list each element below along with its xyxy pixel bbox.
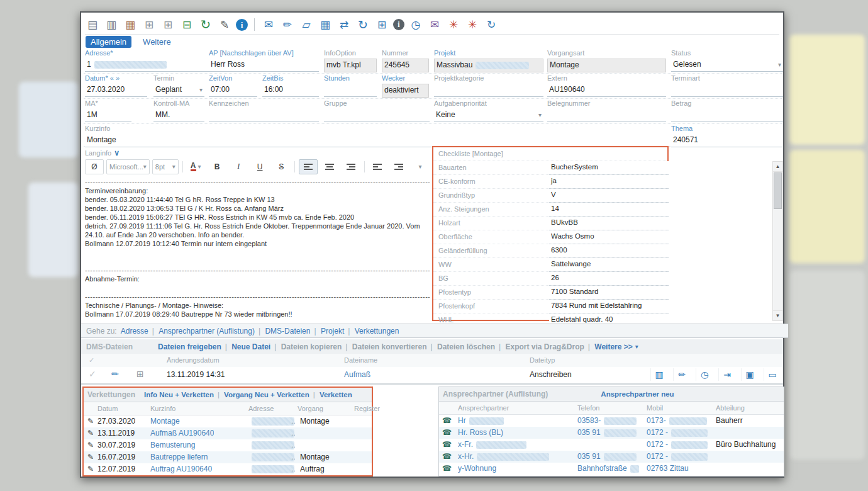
file-edit-icon[interactable]: ✏ bbox=[111, 369, 119, 379]
note-edit-icon[interactable]: ✏ bbox=[280, 17, 295, 32]
dms-action-neue-datei[interactable]: Neue Datei bbox=[221, 342, 270, 351]
apl-cell-mobil[interactable]: 0172 - bbox=[647, 440, 708, 449]
outdent-button[interactable] bbox=[368, 159, 387, 174]
chevron-down-icon[interactable]: ▾ bbox=[778, 61, 781, 68]
datum-input[interactable]: 27.03.2020 bbox=[85, 84, 147, 97]
window-close-icon[interactable]: ⊟ bbox=[179, 17, 194, 32]
apl-cell-name[interactable]: Hr. Ross (BL) bbox=[458, 428, 503, 437]
ma-input[interactable]: 1M bbox=[85, 109, 131, 122]
verk-col-kurzinfo[interactable]: Kurzinfo bbox=[150, 405, 175, 412]
checklist-value-input[interactable]: 26 bbox=[549, 272, 669, 286]
align-left-button[interactable] bbox=[299, 159, 318, 174]
clear-format-button[interactable]: Ø bbox=[85, 159, 104, 174]
windows-cascade-icon[interactable]: ▥ bbox=[104, 17, 119, 32]
phone-icon[interactable]: ☎ bbox=[442, 428, 452, 437]
apl-cell-telefon[interactable]: 03583- bbox=[577, 416, 637, 425]
status-select[interactable]: Gelesen▾ bbox=[671, 59, 783, 72]
phone-icon[interactable]: ☎ bbox=[442, 440, 452, 449]
tab-weitere[interactable]: Weitere bbox=[138, 36, 176, 48]
indent-button[interactable] bbox=[389, 159, 408, 174]
window-previous-icon[interactable]: ▤ bbox=[85, 17, 100, 32]
verkettung-row[interactable]: ✎ 27.03.2020 Montage .. Montage bbox=[84, 415, 372, 427]
verk-action-vorgang-neu[interactable]: Vorgang Neu + Verketten bbox=[214, 391, 309, 398]
ap-input[interactable]: Herr Ross bbox=[209, 59, 319, 72]
font-color-button[interactable]: A▾ bbox=[186, 159, 205, 174]
box-transfer-icon[interactable]: ⇄ bbox=[337, 17, 352, 32]
zeitbis-input[interactable]: 16:00 bbox=[262, 84, 319, 97]
file-add-icon[interactable]: ⊞ bbox=[136, 369, 144, 379]
checklist-value-input[interactable]: Sattelwange bbox=[549, 258, 669, 272]
more-formatting-button[interactable]: ▾ bbox=[411, 159, 430, 174]
chevron-down-icon[interactable]: ∨ bbox=[114, 149, 120, 157]
apl-cell-mobil[interactable]: 02763 Zittau bbox=[647, 464, 689, 473]
apl-cell-mobil[interactable]: 0172 - bbox=[647, 428, 708, 437]
user-info-icon[interactable]: i bbox=[393, 19, 404, 30]
wecker-input[interactable]: deaktiviert bbox=[382, 84, 429, 98]
dms-cell-dateiname[interactable]: Aufmaß bbox=[344, 370, 370, 379]
checklist-value-input[interactable]: 14 bbox=[549, 203, 669, 217]
preview-window-icon[interactable]: ▭ bbox=[764, 368, 781, 381]
mail-forward-icon[interactable]: ✉ bbox=[261, 17, 276, 32]
verkettung-row[interactable]: ✎ 30.07.2019 Bemusterung .. bbox=[84, 439, 372, 451]
contact-row[interactable]: ☎ x-Fr. 0172 - Büro Buchhaltung bbox=[439, 439, 784, 451]
vorgangsart-input[interactable]: Montage bbox=[547, 59, 666, 72]
edit-pencil-icon[interactable]: ✎ bbox=[87, 465, 94, 473]
verk-cell-kurzinfo[interactable]: Bautreppe liefern bbox=[150, 453, 208, 461]
contact-row[interactable]: ☎ x-Hr. 035 91 0172 - bbox=[439, 451, 784, 463]
box-sync-icon[interactable]: ↻ bbox=[355, 17, 370, 32]
phone-icon[interactable]: ☎ bbox=[442, 452, 452, 461]
file-edit-icon[interactable]: ✏ bbox=[673, 368, 690, 381]
stunden-input[interactable] bbox=[324, 84, 377, 97]
verk-action-verketten[interactable]: Verketten bbox=[309, 391, 352, 398]
projektkategorie-input[interactable] bbox=[434, 84, 543, 97]
burst-repeat-icon[interactable]: ✳ bbox=[465, 17, 480, 32]
strikethrough-button[interactable]: S bbox=[272, 159, 291, 174]
chevron-down-icon[interactable]: ▾ bbox=[538, 111, 542, 118]
verk-col-adresse[interactable]: Adresse bbox=[248, 405, 274, 412]
align-right-button[interactable] bbox=[342, 159, 360, 174]
goto-link-projekt[interactable]: Projekt bbox=[310, 327, 344, 336]
apl-cell-name[interactable]: y-Wohnung bbox=[458, 464, 496, 473]
apl-cell-name[interactable]: Hr bbox=[458, 416, 504, 425]
apl-cell-telefon[interactable]: Bahnhofstraße bbox=[577, 464, 639, 473]
apl-cell-name[interactable]: x-Fr. bbox=[458, 440, 526, 449]
edit-pencil-icon[interactable]: ✎ bbox=[87, 453, 94, 461]
aufgabenprioritaet-select[interactable]: Keine▾ bbox=[434, 109, 543, 122]
checklist-value-input[interactable]: BUkvBB bbox=[549, 217, 669, 230]
info-icon[interactable]: i bbox=[236, 19, 248, 31]
grid-add-icon[interactable]: ⊞ bbox=[374, 17, 389, 32]
dms-col-aenderungsdatum[interactable]: Änderungsdatum bbox=[167, 356, 220, 364]
vertical-scrollbar[interactable]: ▲ ▼ bbox=[772, 161, 783, 321]
kontrollma-input[interactable]: MM. bbox=[153, 109, 204, 122]
dms-action-weitere[interactable]: Weitere >> bbox=[584, 342, 633, 351]
calendar-clock-icon[interactable]: ◷ bbox=[408, 17, 423, 32]
checklist-value-input[interactable]: 7834 Rund mit Edelstahlring bbox=[549, 300, 669, 313]
italic-button[interactable]: I bbox=[229, 159, 248, 174]
flow-link-icon[interactable]: ▱ bbox=[299, 17, 314, 32]
scrollbar-thumb[interactable] bbox=[774, 172, 782, 209]
contact-row[interactable]: ☎ y-Wohnung Bahnhofstraße 02763 Zittau bbox=[439, 463, 784, 475]
file-copy-icon[interactable]: ▣ bbox=[741, 368, 758, 381]
apl-cell-telefon[interactable]: 035 91 bbox=[577, 452, 637, 461]
edit-pencil-icon[interactable]: ✎ bbox=[87, 429, 94, 437]
infooption-input[interactable]: mvb Tr.kpl bbox=[324, 59, 377, 72]
checklist-value-input[interactable]: 7100 Standard bbox=[549, 286, 669, 300]
verk-col-datum[interactable]: Datum bbox=[97, 405, 118, 412]
apl-cell-name[interactable]: x-Hr. bbox=[458, 452, 549, 461]
dms-file-row[interactable]: ✓ ✏ ⊞ 13.11.2019 14:31 Aufmaß Anschreibe… bbox=[81, 367, 783, 385]
termin-select[interactable]: Geplant▾ bbox=[153, 84, 204, 97]
dms-action-loeschen[interactable]: Dateien löschen bbox=[427, 342, 495, 351]
checklist-value-input[interactable]: BucherSystem bbox=[549, 161, 669, 175]
nummer-input[interactable]: 245645 bbox=[382, 59, 429, 72]
betrag-input[interactable] bbox=[671, 109, 783, 122]
extern-input[interactable]: AU190640 bbox=[547, 84, 666, 97]
kurzinfo-input[interactable]: Montage bbox=[85, 134, 664, 147]
align-center-button[interactable] bbox=[320, 159, 339, 174]
kennzeichen-input[interactable] bbox=[209, 109, 319, 122]
bold-button[interactable]: B bbox=[208, 159, 226, 174]
goto-link-verkettungen[interactable]: Verkettungen bbox=[344, 327, 399, 336]
apl-cell-telefon[interactable]: 035 91 bbox=[577, 428, 637, 437]
scroll-up-icon[interactable]: ▲ bbox=[773, 162, 782, 172]
list-refresh-icon[interactable]: ↻ bbox=[484, 17, 499, 32]
apl-cell-mobil[interactable]: 0172 - bbox=[647, 452, 708, 461]
